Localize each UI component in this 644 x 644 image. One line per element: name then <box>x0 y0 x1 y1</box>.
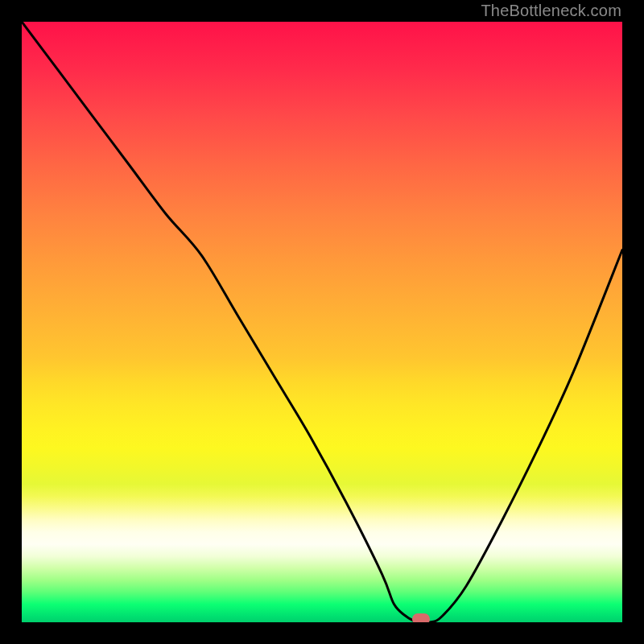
plot-area <box>22 22 622 622</box>
bottleneck-curve <box>22 22 622 622</box>
chart-frame: TheBottleneck.com <box>0 0 644 644</box>
optimum-marker <box>412 613 430 622</box>
watermark-text: TheBottleneck.com <box>481 2 621 20</box>
